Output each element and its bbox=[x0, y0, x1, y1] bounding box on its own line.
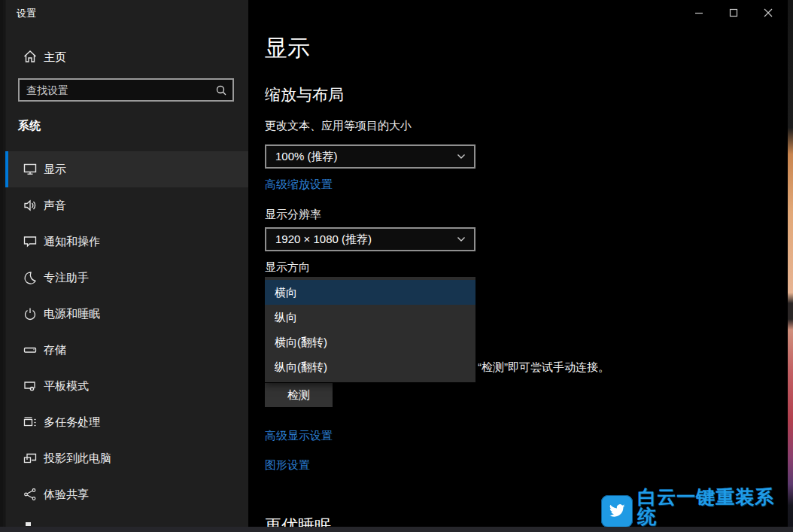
shared-experiences-icon bbox=[23, 487, 38, 502]
sidebar-item-focus-assist[interactable]: 专注助手 bbox=[5, 260, 248, 296]
sidebar-item-home[interactable]: 主页 bbox=[5, 44, 248, 71]
resolution-label: 显示分辨率 bbox=[265, 208, 321, 222]
chevron-down-icon bbox=[448, 234, 474, 245]
projecting-icon bbox=[23, 451, 38, 466]
power-icon bbox=[23, 306, 38, 321]
settings-window: 设置 主页 系统 显示 bbox=[0, 0, 788, 532]
search-icon[interactable] bbox=[210, 84, 232, 96]
storage-icon bbox=[23, 342, 38, 357]
sidebar-item-notifications[interactable]: 通知和操作 bbox=[5, 223, 248, 260]
watermark-bird-icon bbox=[601, 495, 633, 527]
dropdown-option-portrait-flipped[interactable]: 纵向(翻转) bbox=[265, 354, 475, 379]
close-button[interactable] bbox=[751, 0, 785, 26]
page-title: 显示 bbox=[265, 33, 310, 64]
search-box bbox=[18, 78, 234, 102]
maximize-button[interactable] bbox=[716, 0, 751, 26]
advanced-scaling-link[interactable]: 高级缩放设置 bbox=[265, 178, 333, 192]
search-input[interactable] bbox=[20, 84, 210, 96]
scale-label: 更改文本、应用等项目的大小 bbox=[265, 119, 412, 133]
notifications-icon bbox=[23, 234, 38, 249]
partial-next-item-icon bbox=[26, 522, 31, 526]
scale-combobox-value: 100% (推荐) bbox=[266, 150, 448, 164]
section-heading-scale-layout: 缩放与布局 bbox=[265, 84, 344, 105]
graphics-settings-link[interactable]: 图形设置 bbox=[265, 458, 310, 473]
sidebar-item-label: 显示 bbox=[44, 163, 66, 177]
sidebar-item-label: 投影到此电脑 bbox=[44, 451, 111, 466]
scale-combobox[interactable]: 100% (推荐) bbox=[265, 144, 475, 169]
detect-button[interactable]: 检测 bbox=[265, 383, 333, 407]
sidebar-item-label: 平板模式 bbox=[44, 379, 89, 394]
sidebar-home-label: 主页 bbox=[44, 50, 66, 65]
sidebar-item-sound[interactable]: 声音 bbox=[5, 187, 248, 223]
sidebar-nav: 显示 声音 通知和操作 bbox=[5, 151, 248, 512]
minimize-button[interactable] bbox=[682, 0, 716, 26]
sidebar-item-shared-experiences[interactable]: 体验共享 bbox=[5, 476, 248, 512]
sidebar-item-projecting[interactable]: 投影到此电脑 bbox=[5, 440, 248, 476]
home-icon bbox=[23, 49, 38, 64]
sidebar-item-label: 体验共享 bbox=[44, 488, 89, 502]
watermark-title: 白云一键重装系统 bbox=[637, 487, 788, 526]
sidebar-item-label: 声音 bbox=[44, 199, 66, 213]
tablet-mode-icon bbox=[23, 378, 38, 394]
resolution-combobox[interactable]: 1920 × 1080 (推荐) bbox=[265, 227, 475, 251]
dropdown-option-landscape[interactable]: 横向 bbox=[265, 280, 475, 305]
dropdown-option-portrait[interactable]: 纵向 bbox=[265, 305, 475, 330]
app-title: 设置 bbox=[17, 7, 36, 20]
sound-icon bbox=[23, 198, 38, 213]
sidebar-item-label: 存储 bbox=[44, 343, 66, 357]
sidebar-item-label: 专注助手 bbox=[44, 271, 89, 285]
sidebar-item-label: 电源和睡眠 bbox=[44, 307, 100, 321]
taskbar-top-sliver bbox=[0, 527, 793, 532]
sidebar-item-multitasking[interactable]: 多任务处理 bbox=[5, 404, 248, 440]
window-controls bbox=[682, 0, 785, 26]
screen: 设置 主页 系统 显示 bbox=[0, 0, 793, 532]
sidebar: 设置 主页 系统 显示 bbox=[5, 0, 248, 527]
watermark-text: 白云一键重装系统 www.baiyunxitong.com bbox=[637, 487, 788, 532]
dropdown-option-landscape-flipped[interactable]: 横向(翻转) bbox=[265, 330, 475, 354]
sidebar-item-label: 通知和操作 bbox=[44, 235, 100, 249]
orientation-dropdown-list: 横向 纵向 横向(翻转) 纵向(翻转) bbox=[265, 277, 475, 382]
moon-icon bbox=[23, 270, 38, 285]
sidebar-item-label: 多任务处理 bbox=[44, 415, 100, 430]
sidebar-item-tablet-mode[interactable]: 平板模式 bbox=[5, 368, 248, 404]
advanced-display-link[interactable]: 高级显示设置 bbox=[265, 429, 333, 443]
sidebar-item-display[interactable]: 显示 bbox=[5, 151, 248, 187]
sidebar-item-storage[interactable]: 存储 bbox=[5, 332, 248, 368]
multitasking-icon bbox=[23, 415, 38, 430]
window-left-edge bbox=[0, 0, 5, 532]
sidebar-section-heading: 系统 bbox=[18, 119, 41, 133]
selected-accent-bar bbox=[5, 151, 8, 187]
watermark: 白云一键重装系统 www.baiyunxitong.com bbox=[601, 494, 788, 527]
orientation-label: 显示方向 bbox=[265, 260, 310, 275]
display-icon bbox=[23, 162, 38, 177]
sidebar-item-power-sleep[interactable]: 电源和睡眠 bbox=[5, 296, 248, 332]
main-content: 显示 缩放与布局 更改文本、应用等项目的大小 100% (推荐) 高级缩放设置 … bbox=[248, 0, 788, 527]
resolution-combobox-value: 1920 × 1080 (推荐) bbox=[266, 233, 448, 247]
chevron-down-icon bbox=[448, 151, 474, 162]
multi-display-partial-text: “检测”即可尝试手动连接。 bbox=[478, 360, 609, 375]
